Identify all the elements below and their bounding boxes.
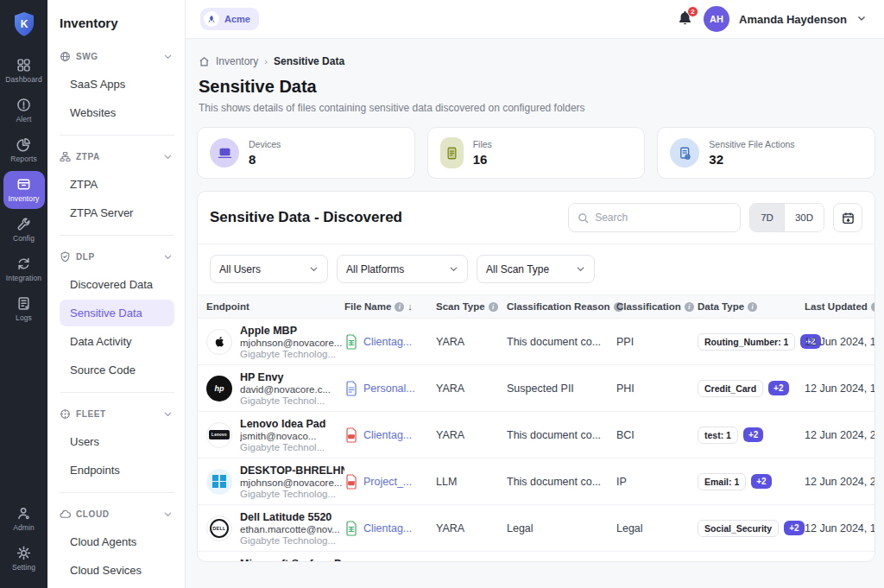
endpoint-cell: DELL Dell Latitude 5520 ethan.marcotte@n… (206, 511, 344, 546)
date-range-toggle: 7D 30D (749, 203, 824, 232)
data-type-cell: Social_Security +2 (698, 520, 805, 537)
section-header-fleet[interactable]: FLEET (58, 405, 176, 428)
dashboard-icon (16, 58, 31, 73)
sidebar-item-users[interactable]: Users (60, 428, 174, 455)
file-cell: PDF Project_... (344, 474, 436, 490)
info-icon[interactable]: i (685, 302, 694, 312)
rail-item-admin[interactable]: Admin (3, 500, 45, 538)
rail-item-integration[interactable]: Integration (3, 250, 45, 288)
table-row[interactable]: DESKTOP-BHRELHN mjohnson@novacore... Gig… (198, 458, 875, 505)
section-header-cloud[interactable]: CLOUD (58, 505, 176, 528)
rail-item-logs[interactable]: Logs (3, 290, 45, 328)
filter-select-all-scan-type[interactable]: All Scan Type (477, 255, 595, 283)
sidebar-item-data-activity[interactable]: Data Activity (60, 328, 174, 355)
device-name: DESKTOP-BHRELHN (240, 465, 344, 477)
table-row[interactable]: DELL Dell Latitude 5520 ethan.marcotte@n… (198, 505, 875, 552)
notification-count-badge: 2 (687, 6, 698, 17)
data-type-cell: Email: 1 +2 (698, 473, 805, 490)
sidebar-item-cloud-agents[interactable]: Cloud Agents (60, 528, 174, 555)
table-row[interactable]: Apple MBP mjohnson@novacore... Gigabyte … (198, 319, 875, 365)
column-header-file-name[interactable]: File Name i ↓ (344, 301, 436, 312)
sidebar-item-ztpa-server[interactable]: ZTPA Server (60, 199, 174, 226)
stat-card-devices: Devices 8 (197, 127, 415, 179)
inventory-sidebar: Inventory SWG SaaS AppsWebsites ZTPA ZTP… (47, 0, 186, 588)
panel-header: Sensitive Data - Discovered 7D 30D (198, 192, 875, 244)
search-input-wrap (568, 203, 741, 232)
more-data-types-badge[interactable]: +2 (751, 474, 771, 489)
last-updated: 12 Jun 2024, 21:5 (805, 476, 875, 488)
rail-item-inventory[interactable]: Inventory (3, 171, 45, 209)
rail-item-config[interactable]: Config (3, 211, 45, 249)
sidebar-item-ztpa[interactable]: ZTPA (60, 171, 174, 198)
table-row[interactable]: Lenovo Lenovo Idea Pad jsmith@novaco... … (198, 412, 875, 458)
search-icon (578, 212, 589, 224)
chevron-down-icon[interactable] (163, 152, 173, 161)
filter-select-all-users[interactable]: All Users (210, 255, 328, 283)
file-name-link[interactable]: Clientag... (363, 429, 412, 441)
notifications-bell-icon[interactable]: 2 (677, 9, 694, 28)
column-header-last-updated[interactable]: Last Updated i (805, 301, 875, 312)
file-name-link[interactable]: Clientag... (363, 336, 412, 348)
search-input[interactable] (595, 212, 731, 224)
user-avatar[interactable]: AH (704, 6, 729, 32)
sidebar-item-sensitive-data[interactable]: Sensitive Data (60, 300, 174, 326)
shield-icon (60, 251, 71, 262)
chevron-down-icon[interactable] (163, 409, 173, 419)
file-cell: Personal... (344, 381, 436, 396)
sidebar-item-cloud-sevices[interactable]: Cloud Sevices (60, 557, 174, 584)
section-header-swg[interactable]: SWG (58, 47, 176, 71)
calendar-button[interactable] (833, 203, 862, 232)
info-icon[interactable]: i (489, 302, 498, 312)
user-menu-chevron-icon[interactable] (856, 11, 867, 27)
column-header-scan-type[interactable]: Scan Type i (436, 301, 507, 312)
file-name-link[interactable]: Project_... (363, 476, 412, 488)
stat-value: 16 (473, 152, 492, 167)
sidebar-item-endpoints[interactable]: Endpoints (60, 457, 174, 484)
column-header-classification-reason[interactable]: Classification Reason i (507, 301, 616, 312)
breadcrumb-parent[interactable]: Inventory (216, 55, 258, 67)
chevron-down-icon[interactable] (163, 252, 173, 262)
sidebar-item-source-code[interactable]: Source Code (60, 357, 174, 383)
file-name-link[interactable]: Clientag... (363, 522, 412, 534)
rail-item-alert[interactable]: Alert (3, 92, 45, 130)
stat-card-files: Files 16 (427, 127, 646, 179)
sidebar-section-fleet: FLEET UsersEndpoints (58, 405, 176, 484)
more-data-types-badge[interactable]: +2 (743, 427, 763, 442)
sidebar-item-discovered-data[interactable]: Discovered Data (60, 271, 174, 298)
table-row[interactable]: Microsoft Surface Pro dan.saffer@novac..… (198, 552, 875, 562)
column-header-data-type[interactable]: Data Type i (698, 301, 805, 312)
info-icon[interactable]: i (748, 302, 757, 312)
app-logo[interactable]: K (11, 10, 37, 38)
rail-item-reports[interactable]: Reports (3, 131, 45, 169)
rail-item-dashboard[interactable]: Dashboard (3, 52, 45, 90)
chevron-down-icon[interactable] (163, 52, 173, 61)
page-content: Inventory › Sensitive Data Sensitive Dat… (186, 39, 884, 562)
info-icon[interactable]: i (395, 302, 404, 312)
filter-select-all-platforms[interactable]: All Platforms (337, 255, 468, 283)
table-row[interactable]: hp HP Envy david@novacore.c... Gigabyte … (198, 365, 875, 412)
range-option-7d[interactable]: 7D (750, 204, 784, 231)
pdf-file-icon: PDF (344, 474, 358, 490)
sidebar-item-websites[interactable]: Websites (60, 99, 174, 126)
org-switcher[interactable]: Acme (200, 8, 259, 30)
info-icon[interactable]: i (871, 302, 875, 312)
range-option-30d[interactable]: 30D (784, 204, 824, 231)
more-data-types-badge[interactable]: +2 (784, 521, 804, 535)
rail-item-label: Integration (6, 274, 41, 282)
sort-descending-icon[interactable]: ↓ (407, 301, 413, 312)
rail-item-setting[interactable]: Setting (3, 540, 45, 578)
svg-text:K: K (20, 18, 28, 30)
classification-reason: This document co... (507, 336, 616, 348)
user-email: mjohnson@novacore... (240, 477, 344, 488)
stat-label: Files (473, 139, 492, 149)
section-header-dlp[interactable]: DLP (58, 248, 176, 271)
section-header-ztpa[interactable]: ZTPA (58, 148, 176, 171)
file-name-link[interactable]: Personal... (363, 383, 415, 395)
data-type-cell: Routing_Number: 1 +2 (698, 333, 805, 351)
column-header-classification[interactable]: Classification i (616, 301, 698, 312)
classification-reason: This document co... (507, 476, 616, 488)
sidebar-item-saas-apps[interactable]: SaaS Apps (60, 71, 174, 98)
chevron-down-icon[interactable] (163, 509, 173, 519)
home-icon (199, 56, 210, 67)
more-data-types-badge[interactable]: +2 (768, 381, 788, 395)
